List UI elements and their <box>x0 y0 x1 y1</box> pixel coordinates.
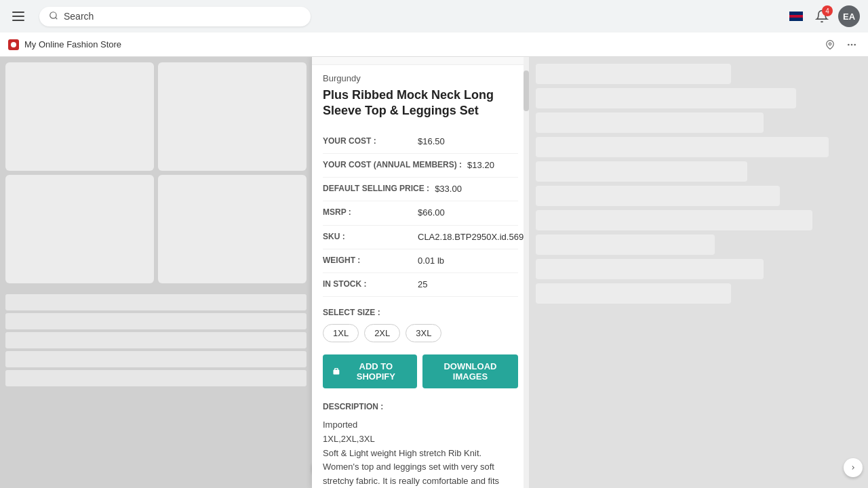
sku-row: SKU : CLA2.18.BTP2950X.id.56995f <box>323 226 518 249</box>
shopify-icon <box>332 367 340 376</box>
notification-badge: 4 <box>822 5 833 16</box>
svg-point-6 <box>829 43 831 45</box>
svg-rect-3 <box>789 15 803 18</box>
msrp-row: MSRP : $66.00 <box>323 201 518 225</box>
annual-cost-label: YOUR COST (ANNUAL MEMBERS) : <box>323 159 467 171</box>
size-options: 1XL 2XL 3XL <box>323 324 518 342</box>
add-to-shopify-label: ADD TO SHOPIFY <box>344 361 408 382</box>
next-arrow-button[interactable] <box>844 458 863 477</box>
toolbar-right: 4 EA <box>787 5 860 27</box>
size-1xl-button[interactable]: 1XL <box>323 324 359 342</box>
svg-line-1 <box>56 17 58 19</box>
sidebar-card-3 <box>5 175 154 283</box>
right-panel <box>529 57 868 488</box>
flag-icon[interactable] <box>787 7 806 26</box>
add-to-shopify-button[interactable]: ADD TO SHOPIFY <box>323 354 417 388</box>
product-image-area <box>312 57 529 65</box>
in-stock-value: 25 <box>418 279 427 291</box>
download-images-label: DOWNLOAD IMAGES <box>443 361 496 382</box>
search-bar[interactable] <box>39 7 311 26</box>
msrp-value: $66.00 <box>418 207 445 219</box>
more-options-button[interactable] <box>844 37 860 53</box>
hamburger-menu-button[interactable] <box>8 7 28 25</box>
download-images-button[interactable]: DOWNLOAD IMAGES <box>422 354 518 388</box>
your-cost-label: YOUR COST : <box>323 136 418 147</box>
scrollbar-thumb[interactable] <box>524 70 529 111</box>
product-color: Burgundy <box>323 73 518 83</box>
desc-line-3: Soft & Light weight High stretch Rib Kni… <box>323 448 499 488</box>
description-section: DESCRIPTION : Imported 1XL,2XL,3XL Soft … <box>323 402 518 488</box>
weight-row: WEIGHT : 0.01 lb <box>323 249 518 273</box>
sidebar-card-1 <box>5 62 154 171</box>
search-input[interactable] <box>64 11 301 22</box>
desc-line-1: Imported <box>323 420 357 430</box>
site-name-label: My Online Fashion Store <box>24 39 816 49</box>
select-size-label: SELECT SIZE : <box>323 308 518 317</box>
extension-bar: My Online Fashion Store <box>0 33 868 57</box>
desc-line-2: 1XL,2XL,3XL <box>323 434 375 444</box>
size-2xl-button[interactable]: 2XL <box>364 324 400 342</box>
main-layout: Burgundy Plus Ribbed Mock Neck Long Slee… <box>0 57 868 488</box>
left-sidebar <box>0 57 312 488</box>
sidebar-card-2 <box>158 62 307 171</box>
description-label: DESCRIPTION : <box>323 402 518 411</box>
msrp-label: MSRP : <box>323 207 418 218</box>
svg-point-9 <box>854 43 856 45</box>
notifications-button[interactable]: 4 <box>811 5 833 27</box>
your-cost-row: YOUR COST : $16.50 <box>323 130 518 154</box>
site-favicon <box>8 39 19 50</box>
product-content: Burgundy Plus Ribbed Mock Neck Long Slee… <box>312 65 529 488</box>
action-buttons: ADD TO SHOPIFY DOWNLOAD IMAGES <box>323 354 518 388</box>
svg-point-8 <box>851 43 853 45</box>
svg-rect-2 <box>789 12 803 15</box>
default-price-value: $33.00 <box>435 183 462 195</box>
in-stock-label: IN STOCK : <box>323 279 418 290</box>
browser-toolbar: 4 EA <box>0 0 868 33</box>
weight-value: 0.01 lb <box>418 255 444 267</box>
description-text: Imported 1XL,2XL,3XL Soft & Light weight… <box>323 418 518 488</box>
default-price-label: DEFAULT SELLING PRICE : <box>323 183 435 195</box>
user-avatar[interactable]: EA <box>838 5 860 27</box>
sku-label: SKU : <box>323 231 418 243</box>
browser-chrome: 4 EA My Online Fashion Store <box>0 0 868 57</box>
sku-value: CLA2.18.BTP2950X.id.56995f <box>418 231 529 243</box>
size-3xl-button[interactable]: 3XL <box>406 324 441 342</box>
weight-label: WEIGHT : <box>323 255 418 266</box>
search-icon <box>49 11 58 22</box>
annual-cost-value: $13.20 <box>467 159 494 171</box>
pin-button[interactable] <box>822 37 838 53</box>
svg-point-7 <box>848 43 850 45</box>
your-cost-value: $16.50 <box>418 136 445 148</box>
in-stock-row: IN STOCK : 25 <box>323 273 518 297</box>
product-title: Plus Ribbed Mock Neck Long Sleeve Top & … <box>323 87 518 119</box>
annual-cost-row: YOUR COST (ANNUAL MEMBERS) : $13.20 <box>323 154 518 178</box>
scrollbar-track[interactable] <box>524 57 529 488</box>
product-info-table: YOUR COST : $16.50 YOUR COST (ANNUAL MEM… <box>323 130 518 297</box>
product-panel: Burgundy Plus Ribbed Mock Neck Long Slee… <box>312 57 529 488</box>
svg-point-0 <box>50 12 56 18</box>
svg-rect-4 <box>789 18 803 21</box>
default-price-row: DEFAULT SELLING PRICE : $33.00 <box>323 178 518 201</box>
sidebar-card-4 <box>158 175 307 283</box>
svg-point-5 <box>11 42 16 47</box>
